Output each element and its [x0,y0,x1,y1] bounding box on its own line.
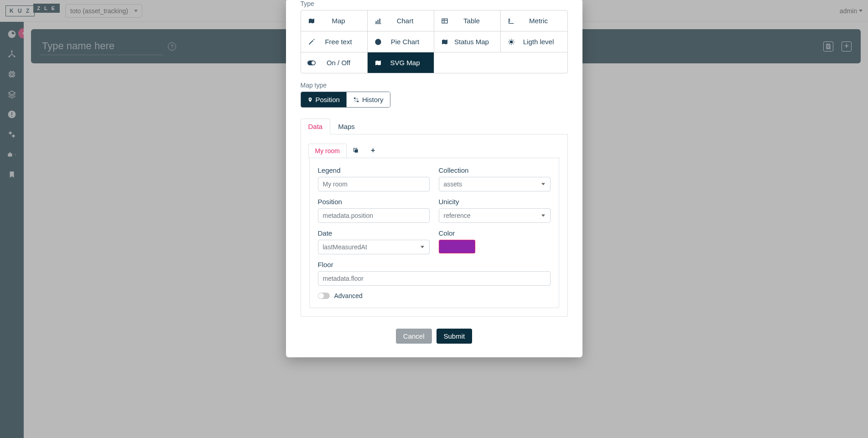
modal-overlay: Type Map Chart Table Metric [0,0,868,22]
type-chart-label: Chart [381,17,429,22]
type-table[interactable]: Table [434,10,501,22]
type-table-label: Table [448,17,496,22]
type-map-label: Map [315,17,363,22]
type-chart[interactable]: Chart [368,10,434,22]
type-metric-label: Metric [515,17,563,22]
type-metric[interactable]: Metric [501,10,567,22]
type-grid: Map Chart Table Metric Free text [301,10,568,22]
type-map[interactable]: Map [301,10,368,22]
widget-config-modal: Type Map Chart Table Metric [286,0,582,22]
svg-rect-20 [375,21,376,22]
svg-rect-22 [379,18,380,22]
type-label: Type [301,0,568,7]
svg-rect-21 [377,20,378,22]
